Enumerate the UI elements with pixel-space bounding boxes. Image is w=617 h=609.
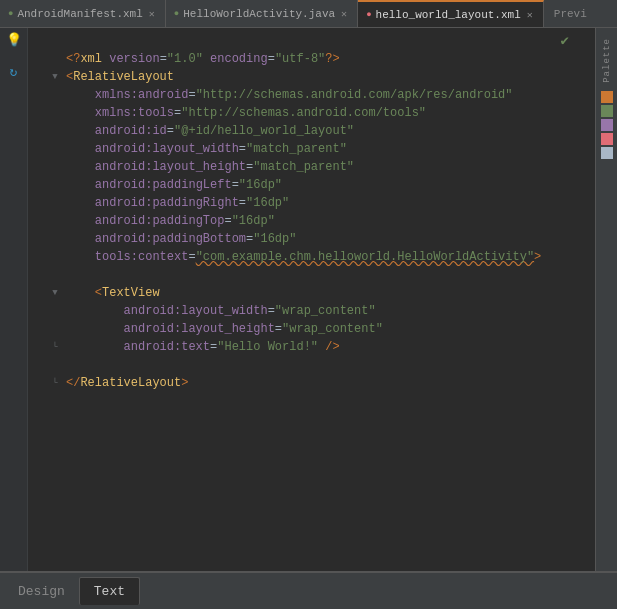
tab-label-hello-world-layout: hello_world_layout.xml [376, 9, 521, 21]
code-line-1 [28, 32, 595, 50]
code-line-18: └ android:text="Hello World!" /> [28, 338, 595, 356]
fold-textview[interactable]: ▼ [52, 284, 57, 302]
fold-relativelayout[interactable]: ▼ [52, 68, 57, 86]
bulb-icon: 💡 [6, 32, 22, 48]
palette-label: Palette [602, 38, 612, 83]
sync-icon: ↻ [10, 64, 18, 80]
helloworldactivity-icon: ● [174, 9, 179, 19]
tab-helloworldactivity[interactable]: ● HelloWorldActivity.java ✕ [166, 0, 358, 27]
code-line-9: android:paddingLeft="16dp" [28, 176, 595, 194]
tab-close-hello-world-layout[interactable]: ✕ [525, 8, 535, 22]
palette-swatches [601, 91, 613, 159]
swatch-2[interactable] [601, 105, 613, 117]
swatch-1[interactable] [601, 91, 613, 103]
code-line-20: └ </RelativeLayout> [28, 374, 595, 392]
swatch-3[interactable] [601, 119, 613, 131]
tab-label-helloworldactivity: HelloWorldActivity.java [183, 8, 335, 20]
right-panel: Palette [595, 28, 617, 571]
tab-bar: ● AndroidManifest.xml ✕ ● HelloWorldActi… [0, 0, 617, 28]
tab-close-helloworldactivity[interactable]: ✕ [339, 7, 349, 21]
androidmanifest-icon: ● [8, 9, 13, 19]
code-line-6: android:id="@+id/hello_world_layout" [28, 122, 595, 140]
main-area: 💡 ↻ ✔ <?xml version="1.0" encoding="utf-… [0, 28, 617, 571]
code-line-14 [28, 266, 595, 284]
code-line-4: xmlns:android="http://schemas.android.co… [28, 86, 595, 104]
fold-close-relativelayout: └ [52, 374, 57, 392]
code-editor[interactable]: ✔ <?xml version="1.0" encoding="utf-8"?>… [28, 28, 595, 571]
code-line-17: android:layout_height="wrap_content" [28, 320, 595, 338]
swatch-4[interactable] [601, 133, 613, 145]
code-line-19 [28, 356, 595, 374]
code-line-2: <?xml version="1.0" encoding="utf-8"?> [28, 50, 595, 68]
hello-world-layout-icon: ● [366, 10, 371, 20]
code-line-13: tools:context="com.example.chm.helloworl… [28, 248, 595, 266]
left-gutter: 💡 ↻ [0, 28, 28, 571]
code-line-3: ▼ <RelativeLayout [28, 68, 595, 86]
tab-close-androidmanifest[interactable]: ✕ [147, 7, 157, 21]
tab-text[interactable]: Text [79, 577, 140, 605]
tab-hello-world-layout[interactable]: ● hello_world_layout.xml ✕ [358, 0, 544, 27]
bottom-bar: Design Text [0, 571, 617, 609]
code-line-8: android:layout_height="match_parent" [28, 158, 595, 176]
code-line-11: android:paddingTop="16dp" [28, 212, 595, 230]
code-line-10: android:paddingRight="16dp" [28, 194, 595, 212]
tab-androidmanifest[interactable]: ● AndroidManifest.xml ✕ [0, 0, 166, 27]
swatch-5[interactable] [601, 147, 613, 159]
tab-label-androidmanifest: AndroidManifest.xml [17, 8, 142, 20]
code-line-5: xmlns:tools="http://schemas.android.com/… [28, 104, 595, 122]
code-line-7: android:layout_width="match_parent" [28, 140, 595, 158]
preview-label: Previ [548, 8, 593, 20]
code-line-16: android:layout_width="wrap_content" [28, 302, 595, 320]
fold-close-textview: └ [52, 338, 57, 356]
tab-design[interactable]: Design [4, 578, 79, 605]
code-line-12: android:paddingBottom="16dp" [28, 230, 595, 248]
code-line-15: ▼ <TextView [28, 284, 595, 302]
